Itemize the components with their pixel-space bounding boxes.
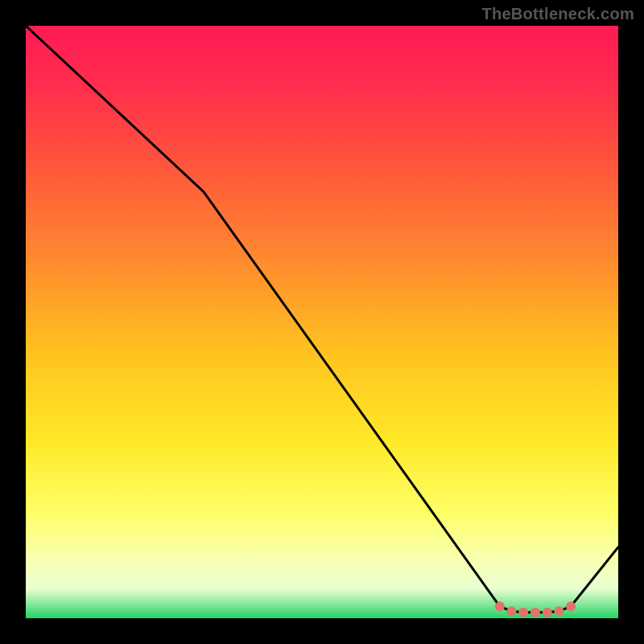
curve-marker [507,606,517,616]
curve-marker [554,606,564,616]
curve-marker [530,608,540,617]
curve-marker [518,608,528,617]
plot-area [26,26,618,618]
chart-svg [26,26,618,618]
curve-marker [543,608,552,617]
curve-marker [495,601,505,611]
gradient-background [26,26,618,618]
watermark-label: TheBottleneck.com [481,5,634,23]
curve-marker [566,601,576,611]
chart-frame: TheBottleneck.com [0,0,644,644]
